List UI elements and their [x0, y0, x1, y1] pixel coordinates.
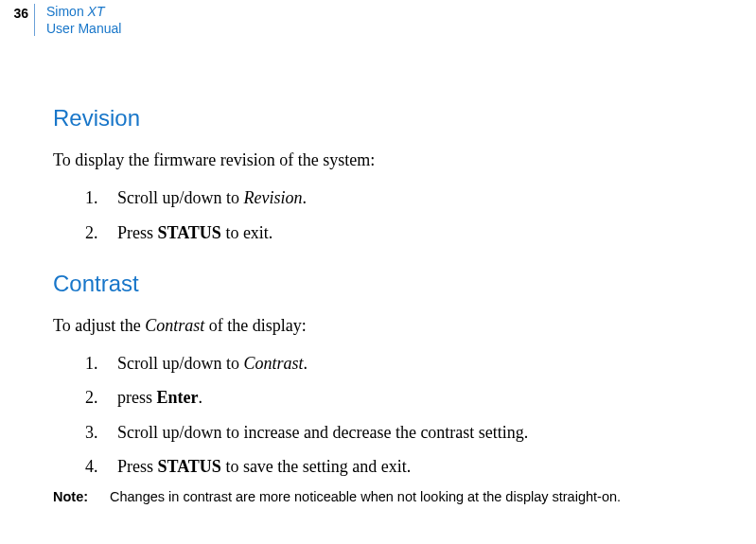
section-heading-revision: Revision — [53, 105, 756, 132]
header-line1: Simon XT — [46, 4, 121, 21]
step-number: 2. — [85, 221, 117, 244]
list-item: 2. press Enter. — [85, 386, 756, 409]
step-text: Press STATUS to exit. — [117, 221, 756, 244]
step-text: press Enter. — [117, 386, 756, 409]
header-line2: User Manual — [46, 21, 121, 38]
section-heading-contrast: Contrast — [53, 271, 756, 297]
header-divider — [34, 4, 35, 36]
page-header: 36 Simon XT User Manual — [0, 0, 756, 37]
list-item: 1. Scroll up/down to Contrast. — [85, 352, 756, 375]
step-number: 1. — [85, 352, 117, 375]
note-text: Changes in contrast are more noticeable … — [110, 489, 756, 504]
step-number: 3. — [85, 421, 117, 444]
contrast-steps: 1. Scroll up/down to Contrast. 2. press … — [53, 352, 756, 478]
list-item: 1. Scroll up/down to Revision. — [85, 186, 756, 209]
step-text: Scroll up/down to increase and decrease … — [117, 421, 756, 444]
contrast-note: Note: Changes in contrast are more notic… — [53, 489, 756, 504]
list-item: 4. Press STATUS to save the setting and … — [85, 455, 756, 478]
page-content: Revision To display the firmware revisio… — [0, 37, 756, 504]
step-text: Scroll up/down to Contrast. — [117, 352, 756, 375]
revision-intro: To display the firmware revision of the … — [53, 149, 756, 171]
step-number: 1. — [85, 186, 117, 209]
list-item: 2. Press STATUS to exit. — [85, 221, 756, 244]
step-text: Press STATUS to save the setting and exi… — [117, 455, 756, 478]
header-title: Simon XT User Manual — [46, 4, 121, 37]
list-item: 3. Scroll up/down to increase and decrea… — [85, 421, 756, 444]
note-label: Note: — [53, 489, 110, 504]
step-number: 2. — [85, 386, 117, 409]
contrast-intro: To adjust the Contrast of the display: — [53, 314, 756, 337]
step-text: Scroll up/down to Revision. — [117, 186, 756, 209]
page-number: 36 — [0, 4, 34, 21]
revision-steps: 1. Scroll up/down to Revision. 2. Press … — [53, 186, 756, 244]
step-number: 4. — [85, 455, 117, 478]
